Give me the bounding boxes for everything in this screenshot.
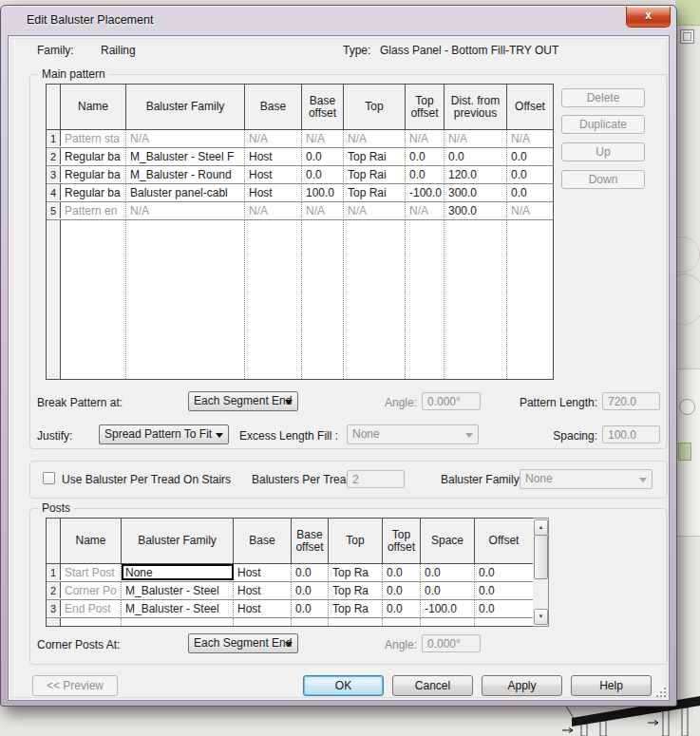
table-cell[interactable]: 0.0 (383, 582, 421, 598)
table-cell[interactable]: 0.0 (421, 582, 475, 598)
table-cell[interactable]: N/A (406, 202, 445, 218)
table-cell[interactable]: N/A (126, 130, 245, 146)
table-cell[interactable]: Pattern en (61, 202, 126, 218)
table-cell[interactable]: 0.0 (421, 564, 475, 580)
table-cell[interactable]: 0.0 (383, 564, 421, 580)
table-cell[interactable]: Top Ra (329, 564, 383, 580)
table-cell[interactable]: M_Baluster - Steel (122, 582, 234, 598)
row-number[interactable]: 2 (47, 148, 61, 164)
table-cell[interactable]: Regular ba (61, 166, 126, 182)
close-icon[interactable]: x (626, 7, 671, 28)
corner-posts-at-select[interactable]: Each Segment End (188, 633, 298, 653)
table-cell[interactable]: Pattern sta (61, 130, 126, 146)
table-row: 4Regular baBaluster panel-cablHost100.0T… (47, 184, 553, 202)
table-cell[interactable]: 0.0 (475, 582, 533, 598)
column-header: Dist. from previous (445, 85, 507, 129)
table-cell[interactable]: Host (245, 148, 302, 164)
table-empty-area (47, 220, 553, 380)
table-cell[interactable]: 300.0 (445, 184, 507, 200)
table-cell[interactable]: 0.0 (507, 184, 553, 200)
table-cell[interactable]: -100.0 (406, 184, 445, 200)
row-number[interactable]: 3 (47, 166, 61, 182)
table-cell[interactable]: 0.0 (406, 148, 445, 164)
table-cell[interactable]: Regular ba (61, 148, 126, 164)
table-cell[interactable]: N/A (245, 130, 302, 146)
table-cell[interactable]: M_Baluster - Round (126, 166, 245, 182)
table-cell[interactable]: 0.0 (302, 166, 344, 182)
table-cell[interactable]: Baluster panel-cabl (126, 184, 245, 200)
table-row: 3End PostM_Baluster - SteelHost0.0Top Ra… (47, 600, 533, 618)
table-cell[interactable]: M_Baluster - Steel (122, 600, 234, 616)
table-cell[interactable]: 120.0 (445, 166, 507, 182)
table-cell[interactable]: Top Ra (329, 600, 383, 616)
row-number[interactable]: 5 (47, 202, 61, 218)
table-cell[interactable]: 0.0 (383, 600, 421, 616)
table-cell[interactable]: 0.0 (302, 148, 344, 164)
break-pattern-select[interactable]: Each Segment End (188, 391, 298, 411)
table-cell[interactable]: N/A (406, 130, 445, 146)
table-cell[interactable]: Host (234, 600, 292, 616)
balusters-per-tread-label: Balusters Per Tread: (252, 473, 355, 486)
table-cell[interactable]: N/A (445, 130, 507, 146)
scrollbar-thumb[interactable] (534, 535, 548, 579)
table-cell[interactable]: 0.0 (475, 600, 533, 616)
table-cell[interactable]: Top Rai (344, 148, 406, 164)
background-circle-icon (679, 399, 695, 415)
table-cell[interactable]: 0.0 (475, 564, 533, 580)
table-cell[interactable]: N/A (344, 202, 406, 218)
scroll-down-icon[interactable]: ▼ (534, 609, 548, 625)
table-cell[interactable]: Host (234, 582, 292, 598)
row-number[interactable]: 1 (47, 564, 61, 580)
type-value: Glass Panel - Bottom Fill-TRY OUT (380, 44, 558, 57)
spacing-label: Spacing: (526, 429, 597, 443)
table-cell[interactable]: None (122, 564, 234, 580)
table-cell[interactable]: Corner Po (61, 582, 122, 598)
table-cell[interactable]: -100.0 (421, 600, 475, 616)
table-cell[interactable]: Top Rai (344, 184, 406, 200)
table-cell[interactable]: N/A (507, 202, 553, 218)
row-number[interactable]: 2 (47, 582, 61, 598)
table-cell[interactable]: M_Baluster - Steel F (126, 148, 245, 164)
resize-grip[interactable] (655, 687, 666, 697)
column-header: Base (234, 519, 292, 563)
scroll-up-icon[interactable]: ▲ (534, 519, 548, 536)
posts-scrollbar[interactable]: ▲ ▼ (533, 518, 549, 627)
table-cell[interactable]: N/A (302, 202, 344, 218)
use-baluster-per-tread-checkbox[interactable] (43, 472, 55, 484)
table-cell[interactable]: N/A (344, 130, 406, 146)
table-cell[interactable]: 0.0 (292, 582, 329, 598)
apply-button[interactable]: Apply (482, 675, 562, 696)
delete-button: Delete (561, 88, 645, 107)
table-cell[interactable]: Top Ra (329, 582, 383, 598)
preview-button: << Preview (32, 675, 118, 696)
titlebar[interactable]: Edit Baluster Placement (1, 6, 676, 35)
table-cell[interactable]: 300.0 (445, 202, 507, 218)
table-cell[interactable]: N/A (507, 130, 553, 146)
table-cell[interactable]: N/A (302, 130, 344, 146)
row-number[interactable]: 1 (47, 130, 61, 146)
table-cell[interactable]: 0.0 (507, 166, 553, 182)
table-cell[interactable]: 0.0 (445, 148, 507, 164)
cancel-button[interactable]: Cancel (392, 675, 473, 696)
table-cell[interactable]: 0.0 (292, 564, 329, 580)
table-cell[interactable]: N/A (126, 202, 245, 218)
table-cell[interactable]: Top Rai (344, 166, 406, 182)
pattern-length-label: Pattern Length: (483, 396, 597, 409)
row-number[interactable]: 4 (47, 184, 61, 200)
table-cell[interactable]: N/A (245, 202, 302, 218)
table-cell[interactable]: End Post (61, 600, 122, 616)
table-cell[interactable]: 0.0 (292, 600, 329, 616)
table-cell[interactable]: 0.0 (507, 148, 553, 164)
table-cell[interactable]: Host (245, 184, 302, 200)
table-cell[interactable]: Host (234, 564, 292, 580)
table-cell[interactable]: 100.0 (302, 184, 344, 200)
table-cell[interactable]: 0.0 (406, 166, 445, 182)
edit-baluster-placement-dialog: Edit Baluster Placement x Family: Railin… (0, 5, 677, 707)
table-cell[interactable]: Regular ba (61, 184, 126, 200)
help-button[interactable]: Help (571, 675, 652, 696)
justify-select[interactable]: Spread Pattern To Fit (99, 425, 229, 444)
table-cell[interactable]: Start Post (61, 564, 122, 580)
ok-button[interactable]: OK (303, 675, 384, 696)
table-cell[interactable]: Host (245, 166, 302, 182)
row-number[interactable]: 3 (47, 600, 61, 616)
